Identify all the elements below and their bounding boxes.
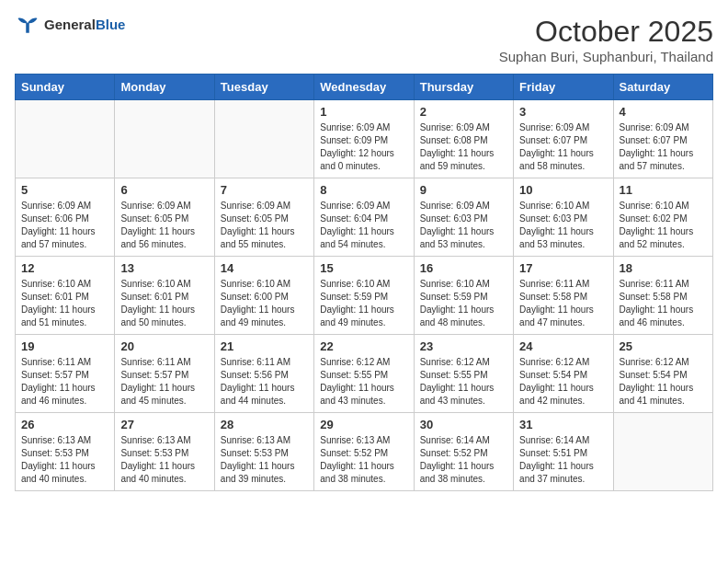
logo-general-text: GeneralBlue [44,17,125,33]
day-number: 27 [120,418,208,431]
logo: GeneralBlue [15,15,125,35]
calendar-cell: 16Sunrise: 6:10 AMSunset: 5:59 PMDayligh… [414,257,513,335]
day-info: Sunrise: 6:11 AMSunset: 5:58 PMDaylight:… [519,278,607,329]
calendar-table: SundayMondayTuesdayWednesdayThursdayFrid… [15,74,713,491]
calendar-cell: 5Sunrise: 6:09 AMSunset: 6:06 PMDaylight… [16,178,115,257]
day-info: Sunrise: 6:13 AMSunset: 5:53 PMDaylight:… [21,434,108,486]
calendar-cell: 2Sunrise: 6:09 AMSunset: 6:08 PMDaylight… [414,100,513,178]
day-info: Sunrise: 6:12 AMSunset: 5:55 PMDaylight:… [320,356,407,408]
day-number: 31 [519,418,607,431]
day-info: Sunrise: 6:13 AMSunset: 5:53 PMDaylight:… [120,434,208,486]
calendar-cell: 30Sunrise: 6:14 AMSunset: 5:52 PMDayligh… [414,413,513,491]
calendar-cell: 4Sunrise: 6:09 AMSunset: 6:07 PMDaylight… [613,100,712,178]
calendar-cell: 27Sunrise: 6:13 AMSunset: 5:53 PMDayligh… [115,413,214,491]
day-info: Sunrise: 6:14 AMSunset: 5:51 PMDaylight:… [519,434,607,486]
weekday-header-sunday: Sunday [16,75,115,100]
day-info: Sunrise: 6:12 AMSunset: 5:54 PMDaylight:… [620,356,707,408]
weekday-header-tuesday: Tuesday [214,75,313,100]
calendar-cell: 6Sunrise: 6:09 AMSunset: 6:05 PMDaylight… [115,178,214,257]
day-number: 7 [221,183,308,197]
day-number: 17 [519,261,607,275]
calendar-cell: 7Sunrise: 6:09 AMSunset: 6:05 PMDaylight… [214,178,313,257]
day-number: 4 [620,105,707,119]
calendar-cell: 22Sunrise: 6:12 AMSunset: 5:55 PMDayligh… [314,335,414,413]
day-info: Sunrise: 6:10 AMSunset: 6:03 PMDaylight:… [519,200,607,251]
day-number: 11 [620,183,707,197]
day-info: Sunrise: 6:09 AMSunset: 6:03 PMDaylight:… [420,200,507,251]
day-info: Sunrise: 6:09 AMSunset: 6:07 PMDaylight:… [620,121,707,173]
week-row-1: 1Sunrise: 6:09 AMSunset: 6:09 PMDaylight… [16,100,713,178]
calendar-cell: 9Sunrise: 6:09 AMSunset: 6:03 PMDaylight… [414,178,513,257]
calendar-cell [613,413,712,491]
calendar-cell: 26Sunrise: 6:13 AMSunset: 5:53 PMDayligh… [16,413,115,491]
day-info: Sunrise: 6:11 AMSunset: 5:56 PMDaylight:… [221,356,308,408]
weekday-header-friday: Friday [514,75,613,100]
day-info: Sunrise: 6:09 AMSunset: 6:09 PMDaylight:… [320,121,407,173]
location-subtitle: Suphan Buri, Suphanburi, Thailand [499,49,713,64]
title-block: October 2025 Suphan Buri, Suphanburi, Th… [499,15,713,64]
page-header: GeneralBlue October 2025 Suphan Buri, Su… [15,15,713,64]
day-number: 21 [221,339,308,353]
day-number: 28 [221,418,308,431]
day-number: 10 [519,183,607,197]
day-number: 29 [320,418,407,431]
day-number: 12 [21,261,108,275]
calendar-cell: 15Sunrise: 6:10 AMSunset: 5:59 PMDayligh… [314,257,414,335]
day-info: Sunrise: 6:11 AMSunset: 5:58 PMDaylight:… [620,278,707,329]
calendar-cell: 29Sunrise: 6:13 AMSunset: 5:52 PMDayligh… [314,413,414,491]
day-number: 3 [519,105,607,119]
calendar-cell: 3Sunrise: 6:09 AMSunset: 6:07 PMDaylight… [514,100,613,178]
day-number: 24 [519,339,607,353]
calendar-cell: 25Sunrise: 6:12 AMSunset: 5:54 PMDayligh… [613,335,712,413]
calendar-cell: 23Sunrise: 6:12 AMSunset: 5:55 PMDayligh… [414,335,513,413]
day-number: 22 [320,339,407,353]
day-info: Sunrise: 6:09 AMSunset: 6:04 PMDaylight:… [320,200,407,251]
day-number: 13 [120,261,208,275]
day-info: Sunrise: 6:13 AMSunset: 5:52 PMDaylight:… [320,434,407,486]
day-info: Sunrise: 6:11 AMSunset: 5:57 PMDaylight:… [120,356,208,408]
day-info: Sunrise: 6:09 AMSunset: 6:07 PMDaylight:… [519,121,607,173]
day-info: Sunrise: 6:12 AMSunset: 5:54 PMDaylight:… [519,356,607,408]
day-number: 23 [420,339,507,353]
week-row-5: 26Sunrise: 6:13 AMSunset: 5:53 PMDayligh… [16,413,713,491]
day-info: Sunrise: 6:09 AMSunset: 6:08 PMDaylight:… [420,121,507,173]
day-info: Sunrise: 6:13 AMSunset: 5:53 PMDaylight:… [221,434,308,486]
calendar-cell: 12Sunrise: 6:10 AMSunset: 6:01 PMDayligh… [16,257,115,335]
day-info: Sunrise: 6:09 AMSunset: 6:05 PMDaylight:… [221,200,308,251]
day-number: 26 [21,418,108,431]
calendar-cell [214,100,313,178]
day-info: Sunrise: 6:10 AMSunset: 6:00 PMDaylight:… [221,278,308,329]
week-row-2: 5Sunrise: 6:09 AMSunset: 6:06 PMDaylight… [16,178,713,257]
calendar-cell: 8Sunrise: 6:09 AMSunset: 6:04 PMDaylight… [314,178,414,257]
day-number: 25 [620,339,707,353]
calendar-cell [115,100,214,178]
calendar-cell: 31Sunrise: 6:14 AMSunset: 5:51 PMDayligh… [514,413,613,491]
week-row-4: 19Sunrise: 6:11 AMSunset: 5:57 PMDayligh… [16,335,713,413]
calendar-cell: 18Sunrise: 6:11 AMSunset: 5:58 PMDayligh… [613,257,712,335]
calendar-cell: 28Sunrise: 6:13 AMSunset: 5:53 PMDayligh… [214,413,313,491]
week-row-3: 12Sunrise: 6:10 AMSunset: 6:01 PMDayligh… [16,257,713,335]
weekday-header-saturday: Saturday [613,75,712,100]
day-number: 14 [221,261,308,275]
day-number: 1 [320,105,407,119]
day-number: 8 [320,183,407,197]
day-number: 6 [120,183,208,197]
day-number: 9 [420,183,507,197]
day-info: Sunrise: 6:09 AMSunset: 6:06 PMDaylight:… [21,200,108,251]
day-number: 15 [320,261,407,275]
calendar-cell: 24Sunrise: 6:12 AMSunset: 5:54 PMDayligh… [514,335,613,413]
day-info: Sunrise: 6:09 AMSunset: 6:05 PMDaylight:… [120,200,208,251]
day-number: 2 [420,105,507,119]
day-number: 5 [21,183,108,197]
day-info: Sunrise: 6:14 AMSunset: 5:52 PMDaylight:… [420,434,507,486]
day-number: 16 [420,261,507,275]
weekday-header-wednesday: Wednesday [314,75,414,100]
calendar-cell: 11Sunrise: 6:10 AMSunset: 6:02 PMDayligh… [613,178,712,257]
weekday-header-thursday: Thursday [414,75,513,100]
calendar-cell: 10Sunrise: 6:10 AMSunset: 6:03 PMDayligh… [514,178,613,257]
day-info: Sunrise: 6:10 AMSunset: 5:59 PMDaylight:… [320,278,407,329]
calendar-cell: 17Sunrise: 6:11 AMSunset: 5:58 PMDayligh… [514,257,613,335]
day-number: 20 [120,339,208,353]
calendar-cell: 14Sunrise: 6:10 AMSunset: 6:00 PMDayligh… [214,257,313,335]
weekday-header-row: SundayMondayTuesdayWednesdayThursdayFrid… [16,75,713,100]
